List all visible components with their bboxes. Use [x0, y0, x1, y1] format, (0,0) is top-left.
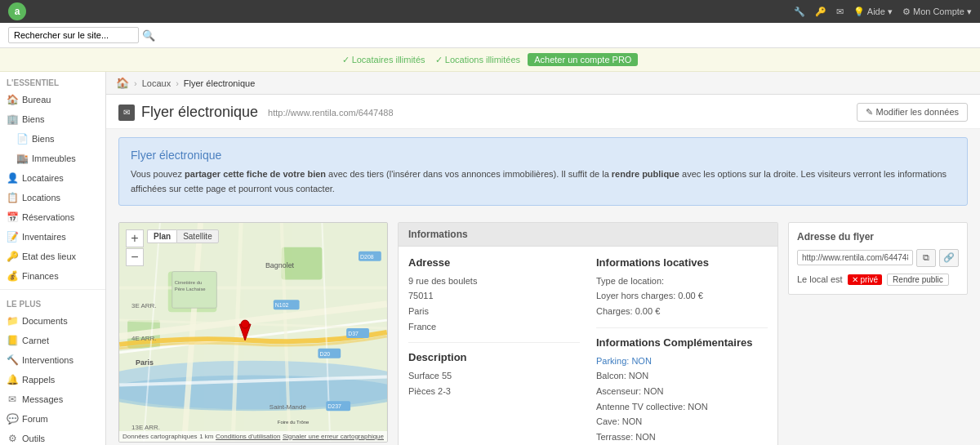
- sidebar: L'ESSENTIEL 🏠 Bureau 🏢 Biens 📄 Biens 🏬 I…: [0, 72, 106, 445]
- flyer-status-text: Le local est: [797, 274, 843, 284]
- sidebar-item-reservations[interactable]: 📅 Réservations: [0, 207, 105, 227]
- documents-icon: 📁: [7, 315, 18, 327]
- sidebar-item-interventions[interactable]: 🔨 Interventions: [0, 350, 105, 370]
- sidebar-item-etat-des-lieux[interactable]: 🔑 Etat des lieux: [0, 247, 105, 266]
- sidebar-item-messages[interactable]: ✉ Messages: [0, 389, 105, 409]
- svg-text:Paris: Paris: [136, 358, 154, 366]
- map-background: 3E ARR. 4E ARR. 11E ARR. Bagnolet Paris …: [119, 223, 387, 442]
- adresse-line1: 9 rue des boulets: [408, 274, 580, 289]
- wrench-icon[interactable]: 🔑: [815, 7, 826, 17]
- terrasse: Terrasse: NON: [596, 429, 768, 445]
- svg-text:Foire du Trône: Foire du Trône: [278, 420, 310, 425]
- biens-icon: 🏢: [7, 113, 18, 125]
- sidebar-item-rappels[interactable]: 🔔 Rappels: [0, 370, 105, 389]
- flyer-url-input[interactable]: [797, 250, 913, 265]
- prive-badge[interactable]: ✕ privé: [848, 274, 882, 285]
- breadcrumb-current: Flyer électronique: [184, 78, 255, 88]
- description-title: Description: [408, 351, 580, 363]
- app-logo[interactable]: a: [8, 2, 26, 20]
- map-report[interactable]: Signaler une erreur cartographique: [283, 433, 384, 440]
- right-panel: Adresse du flyer ⧉ 🔗 Le local est ✕ priv…: [788, 222, 968, 445]
- sidebar-item-outils[interactable]: ⚙ Outils: [0, 429, 105, 445]
- charges: Charges: 0.00 €: [596, 304, 768, 319]
- promo-text2: ✓ Locations illimitées: [435, 55, 520, 65]
- biens-sub-icon: 📄: [16, 133, 28, 145]
- sidebar-item-finances[interactable]: 💰 Finances: [0, 266, 105, 286]
- flyer-copy-button[interactable]: ⧉: [916, 249, 936, 267]
- etat-des-lieux-icon: 🔑: [7, 251, 18, 262]
- bureau-icon: 🏠: [7, 94, 18, 105]
- info-locatives-title: Informations locatives: [596, 256, 768, 269]
- aide-link[interactable]: 💡 Aide ▾: [853, 7, 893, 17]
- description-line1: Surface 55: [408, 368, 580, 384]
- sidebar-item-immeubles[interactable]: 🏬 Immeubles: [0, 149, 105, 168]
- info-columns: Adresse 9 rue des boulets 75011 Paris Fr…: [408, 256, 768, 445]
- page-header: ✉ Flyer électronique http://www.rentila.…: [106, 95, 980, 129]
- outils-icon: ⚙: [7, 433, 18, 444]
- sidebar-item-locations[interactable]: 📋 Locations: [0, 188, 105, 207]
- sidebar-item-bureau[interactable]: 🏠 Bureau: [0, 90, 105, 109]
- rendre-public-button[interactable]: Rendre public: [887, 274, 949, 286]
- svg-text:4E ARR.: 4E ARR.: [131, 335, 156, 342]
- adresse-line4: France: [408, 319, 580, 335]
- adresse-line2: 75011: [408, 288, 580, 304]
- messages-icon: ✉: [7, 394, 18, 405]
- sidebar-item-forum[interactable]: 💬 Forum: [0, 409, 105, 429]
- sidebar-item-biens[interactable]: 🏢 Biens: [0, 109, 105, 129]
- flyer-link-button[interactable]: 🔗: [939, 249, 959, 267]
- flyer-address-box: Adresse du flyer ⧉ 🔗 Le local est ✕ priv…: [788, 222, 968, 295]
- search-button[interactable]: 🔍: [142, 29, 155, 42]
- sidebar-divider: [0, 289, 105, 290]
- info-complementaires-title: Informations Complémentaires: [596, 336, 768, 349]
- sidebar-item-locataires[interactable]: 👤 Locataires: [0, 168, 105, 188]
- sidebar-item-carnet[interactable]: 📒 Carnet: [0, 331, 105, 350]
- map-type-satellite[interactable]: Satellite: [176, 229, 219, 243]
- cave: Cave: NON: [596, 414, 768, 429]
- flyer-url-row: ⧉ 🔗: [797, 249, 959, 267]
- description-line2: Pièces 2-3: [408, 384, 580, 399]
- parking: Parking: NON: [596, 354, 768, 369]
- locations-icon: 📋: [7, 192, 18, 203]
- info-col-right: Informations locatives Type de location:…: [596, 256, 768, 445]
- svg-point-39: [241, 320, 249, 328]
- svg-text:3E ARR.: 3E ARR.: [131, 302, 156, 309]
- sidebar-item-documents[interactable]: 📁 Documents: [0, 311, 105, 331]
- map-zoom-in[interactable]: +: [126, 229, 144, 247]
- map-container[interactable]: 3E ARR. 4E ARR. 11E ARR. Bagnolet Paris …: [118, 222, 388, 443]
- finances-icon: 💰: [7, 270, 18, 282]
- home-icon[interactable]: 🏠: [116, 77, 129, 89]
- top-bar: a 🔧 🔑 ✉ 💡 Aide ▾ ⚙ Mon Compte ▾: [0, 0, 980, 23]
- svg-text:Bagnolet: Bagnolet: [265, 260, 295, 269]
- sidebar-item-biens-sub[interactable]: 📄 Biens: [0, 129, 105, 149]
- adresse-line3: Paris: [408, 304, 580, 319]
- promo-text1: ✓ Locataires illimités: [342, 55, 425, 65]
- map-svg: 3E ARR. 4E ARR. 11E ARR. Bagnolet Paris …: [119, 223, 387, 442]
- tools-icon[interactable]: 🔧: [794, 7, 805, 17]
- buy-pro-button[interactable]: Acheter un compte PRO: [528, 53, 638, 66]
- page-icon: ✉: [118, 105, 135, 121]
- map-type-plan[interactable]: Plan: [147, 229, 176, 243]
- svg-text:13E ARR.: 13E ARR.: [131, 424, 160, 431]
- flyer-address-title: Adresse du flyer: [797, 231, 959, 243]
- search-input[interactable]: [8, 27, 139, 43]
- modify-button[interactable]: ✎ Modifier les données: [857, 103, 968, 122]
- immeubles-icon: 🏬: [16, 153, 28, 164]
- sidebar-section-plus: LE PLUS: [0, 293, 105, 311]
- map-footer-scale: 1 km: [199, 433, 213, 440]
- mail-icon[interactable]: ✉: [836, 7, 844, 17]
- svg-text:Père Lachaise: Père Lachaise: [175, 287, 207, 291]
- ascenseur: Ascenseur: NON: [596, 384, 768, 399]
- svg-text:Saint-Mandé: Saint-Mandé: [270, 403, 307, 411]
- sidebar-item-inventaires[interactable]: 📝 Inventaires: [0, 227, 105, 247]
- map-zoom-out[interactable]: −: [126, 248, 144, 266]
- adresse-title: Adresse: [408, 256, 580, 269]
- info-panel-body: Adresse 9 rue des boulets 75011 Paris Fr…: [399, 247, 777, 445]
- info-banner-text: Vous pouvez partager cette fiche de votr…: [131, 167, 956, 196]
- breadcrumb-locaux[interactable]: Locaux: [142, 78, 171, 88]
- svg-text:D208: D208: [360, 253, 374, 259]
- compte-link[interactable]: ⚙ Mon Compte ▾: [902, 7, 972, 17]
- page-title-area: ✉ Flyer électronique http://www.rentila.…: [118, 104, 394, 121]
- search-bar: 🔍: [0, 23, 980, 48]
- map-conditions[interactable]: Conditions d'utilisation: [216, 433, 280, 440]
- carnet-icon: 📒: [7, 335, 18, 346]
